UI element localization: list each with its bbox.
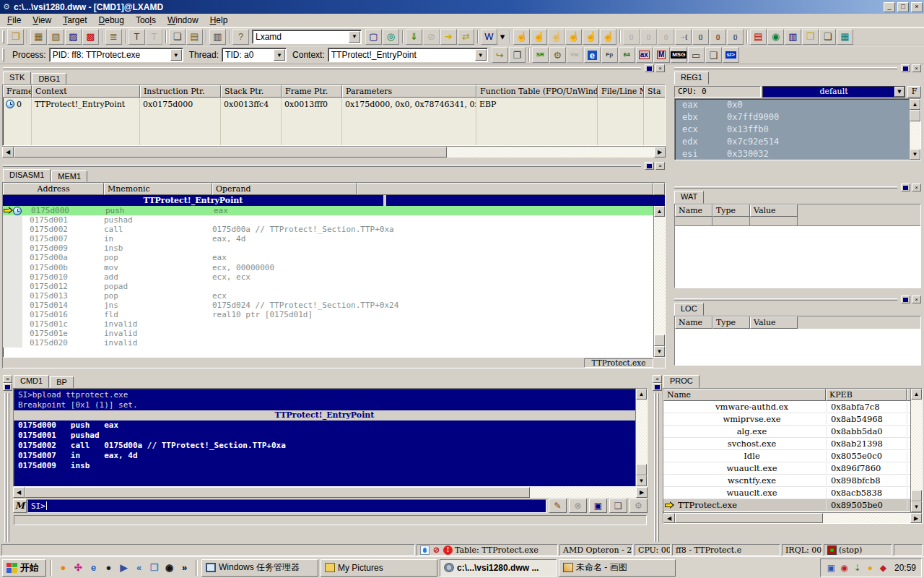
attach-hand-icon[interactable]: ☝ (583, 29, 599, 45)
ql-media-icon[interactable]: ▶ (116, 560, 131, 576)
sort-list-icon[interactable]: ⇓ (406, 29, 422, 45)
console-hscrollbar[interactable]: ◀ ▶ (13, 487, 648, 498)
float-panel-button[interactable] (653, 383, 662, 391)
ql-qq-icon[interactable]: ● (56, 560, 71, 576)
report-f-icon[interactable]: ▤ (750, 29, 767, 45)
toolbar-button[interactable] (507, 29, 513, 45)
tray-alert-icon[interactable]: ◉ (839, 562, 850, 573)
close-panel-button[interactable]: × (655, 64, 665, 72)
task-task-manager[interactable]: Windows 任务管理器 (201, 559, 318, 577)
toolbar-button[interactable] (617, 29, 622, 45)
float-panel-button[interactable] (901, 296, 910, 303)
close-table-icon[interactable]: ▩ (82, 29, 99, 45)
ql-penguin-icon[interactable]: ● (101, 560, 116, 576)
tab[interactable]: CMD1 (14, 375, 49, 388)
column-header[interactable]: Name (675, 316, 712, 329)
TTProtect.exe[interactable]: TTProtect.exe 0x89505be0 ff8 1 8 (663, 499, 910, 512)
column-header[interactable]: Type (712, 316, 750, 329)
column-header[interactable]: Stack Ptr. (221, 85, 282, 98)
stack-cell[interactable] (598, 98, 644, 111)
fp-icon[interactable]: Fp (601, 47, 618, 63)
source-icon[interactable]: SR (532, 47, 549, 63)
command-type-combo[interactable]: Lxamd ▼ (252, 30, 362, 44)
wuauclt.exe[interactable]: wuauclt.exe 0x896f7860 f2c 9 8 (663, 462, 910, 475)
close-panel-button[interactable]: × (912, 184, 921, 191)
run-hand-icon[interactable]: ☝ (513, 29, 530, 45)
tab[interactable]: WAT (674, 191, 704, 204)
close-button[interactable]: × (911, 2, 923, 12)
search-globe-icon[interactable]: ◎ (383, 29, 399, 45)
ax-register-icon[interactable]: ax (636, 47, 653, 63)
step-hand-icon[interactable]: ☝ (531, 29, 547, 45)
column-header[interactable]: Function Table (FPO/UnWind) (476, 85, 598, 98)
alg.exe[interactable]: alg.exe 0x8abb5da0 9b0 7 8 (663, 426, 910, 438)
disassembly-row[interactable]: 0175d007 in eax, 4d (3, 234, 653, 243)
panel-grabber[interactable] (4, 393, 9, 542)
locals-body[interactable] (675, 329, 920, 365)
panel-grabber[interactable] (674, 298, 897, 301)
stack-cell[interactable]: EBP (476, 98, 598, 111)
clear-log-icon[interactable]: ⊗ (569, 499, 587, 513)
toolbar-button[interactable] (227, 29, 232, 45)
stack-cell[interactable]: 0x0175d000 (140, 98, 221, 111)
task-my-pictures[interactable]: My Pictures (321, 559, 437, 577)
process-hscrollbar[interactable]: ◀ ▶ (663, 512, 922, 523)
ql-back-icon[interactable]: « (131, 560, 147, 576)
scroll-up-icon[interactable]: ▲ (654, 206, 665, 217)
tab[interactable]: BP (50, 376, 74, 388)
book64-icon[interactable]: 64 (619, 47, 635, 63)
step-out-icon[interactable]: {} (658, 29, 674, 45)
log-icon[interactable]: ≣ (105, 29, 122, 45)
combo-dropdown-icon[interactable]: ▼ (894, 87, 905, 97)
tab[interactable]: DISASM1 (3, 169, 51, 182)
close-panel-button[interactable]: × (912, 296, 921, 303)
close-panel-button[interactable]: × (912, 64, 921, 72)
log-settings-icon[interactable]: ⚙ (629, 499, 648, 513)
tab[interactable]: STK (3, 72, 31, 85)
watch-body[interactable] (675, 226, 920, 288)
mouse-icon[interactable]: ▭ (688, 47, 705, 63)
print-icon[interactable]: ▥ (209, 29, 226, 45)
tab[interactable]: MEM1 (51, 171, 87, 182)
float-window-icon[interactable]: ❐ (509, 47, 526, 63)
pause-disabled-icon[interactable]: ⊘ (423, 29, 440, 45)
menu-item[interactable]: Help (204, 14, 234, 27)
column-header[interactable]: Value (750, 204, 798, 217)
stack-hscrollbar[interactable]: ◀ ▶ (2, 146, 666, 158)
start-button[interactable]: 开始 (2, 559, 46, 577)
scroll-thumb[interactable] (675, 513, 823, 523)
column-header[interactable]: Sta (644, 85, 666, 98)
panel-grabber[interactable] (674, 186, 897, 189)
column-header[interactable]: Instruction Ptr. (140, 85, 221, 98)
tray-qq-icon[interactable]: ● (865, 562, 876, 573)
expression-icon[interactable]: e (584, 47, 601, 63)
tray-update-icon[interactable]: ⇣ (852, 562, 863, 573)
scroll-down-icon[interactable]: ▼ (910, 149, 920, 160)
task-debugger[interactable]: c:\...\vsi1280.dww ... (440, 559, 557, 577)
memory-icon[interactable]: M (653, 47, 670, 63)
disassembly-row[interactable]: 0175d00b mov ecx, 00000000 (3, 263, 653, 272)
msg-icon[interactable]: MSG (671, 47, 687, 63)
disassembly-row[interactable]: 0175d01e invalid (3, 329, 653, 338)
menu-item[interactable]: Debug (93, 14, 130, 27)
toolbar-button[interactable] (100, 29, 105, 45)
world-edit-icon[interactable]: ◉ (767, 29, 784, 45)
Idle[interactable]: Idle 0x8055e0c0 0 2 0 (663, 450, 910, 462)
window-props-icon[interactable]: ▥ (785, 29, 801, 45)
save-log-icon[interactable]: ▣ (589, 499, 607, 513)
combo-dropdown-icon[interactable]: ▼ (349, 31, 360, 43)
disassembly-row[interactable]: 0175d020 invalid (3, 338, 653, 348)
process-combo[interactable]: PID: ff8: TTProtect.exe ▼ (49, 48, 183, 62)
float-panel-button[interactable] (901, 184, 910, 191)
name-column-header[interactable]: Name (663, 389, 826, 401)
stack-cell[interactable]: TTProtect!_EntryPoint (32, 98, 140, 111)
thread-combo[interactable]: TID: a0 ▼ (222, 48, 287, 62)
stack-cell[interactable]: 0x0013ffc4 (221, 98, 282, 111)
toolbar-button[interactable] (744, 29, 749, 45)
menu-item[interactable]: Target (57, 14, 92, 27)
float-panel-button[interactable] (901, 64, 910, 72)
scroll-right-icon[interactable]: ▶ (910, 513, 922, 523)
combo-dropdown-icon[interactable]: ▼ (274, 49, 285, 61)
goto-icon[interactable]: ↪ (492, 47, 508, 63)
mnemonic-column-header[interactable]: Mnemonic (104, 183, 212, 195)
